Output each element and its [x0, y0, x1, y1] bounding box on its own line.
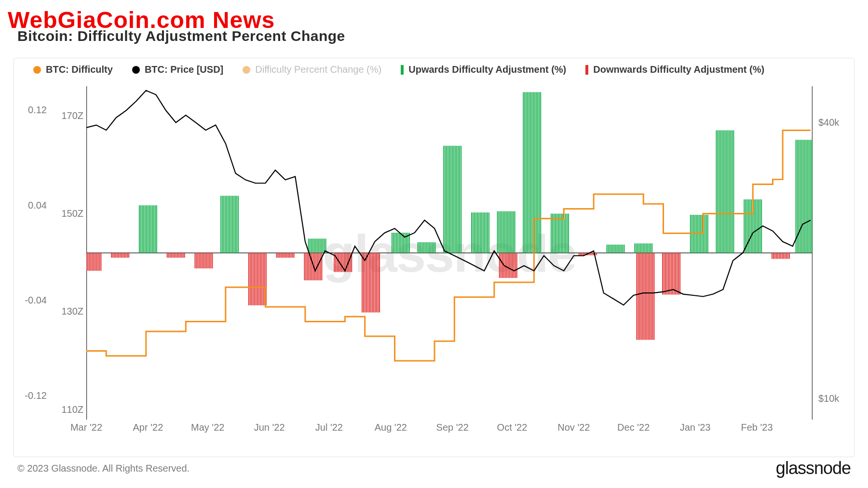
circle-icon [132, 66, 140, 74]
legend-item-up[interactable]: Upwards Difficulty Adjustment (%) [401, 64, 566, 75]
y-tick-pct: -0.04 [25, 295, 47, 306]
legend-item-price[interactable]: BTC: Price [USD] [132, 64, 223, 75]
x-tick: Jul '22 [315, 422, 343, 433]
copyright-text: © 2023 Glassnode. All Rights Reserved. [17, 463, 190, 474]
legend-label: BTC: Difficulty [46, 64, 113, 75]
x-tick: Oct '22 [497, 422, 528, 433]
x-tick: Jan '23 [680, 422, 711, 433]
y-tick-difficulty: 110Z [61, 404, 83, 415]
y-tick-pct: 0.12 [28, 105, 47, 116]
x-tick: Dec '22 [617, 422, 650, 433]
x-tick: Sep '22 [436, 422, 469, 433]
y-tick-difficulty: 130Z [61, 306, 83, 317]
x-tick: Apr '22 [133, 422, 163, 433]
legend-label: Downwards Difficulty Adjustment (%) [593, 64, 764, 75]
chart-plot-area[interactable]: glassnode [86, 86, 813, 419]
bar-icon [401, 65, 404, 75]
legend-label: BTC: Price [USD] [145, 64, 223, 75]
brand-logo-text: glassnode [776, 458, 851, 478]
circle-icon [33, 66, 41, 74]
y-tick-usd: $10k [818, 393, 839, 404]
chart-svg [86, 86, 813, 420]
x-tick: Jun '22 [254, 422, 285, 433]
bar-icon [585, 65, 588, 75]
y-tick-difficulty: 170Z [61, 110, 83, 121]
x-tick: Mar '22 [70, 422, 102, 433]
y-axis-percent: 0.120.04-0.04-0.12 [14, 86, 53, 419]
y-tick-pct: 0.04 [28, 199, 47, 211]
legend-label: Difficulty Percent Change (%) [255, 64, 381, 75]
legend-item-difficulty[interactable]: BTC: Difficulty [33, 64, 113, 75]
watermark-overlay-text: WebGiaCoin.com News [8, 7, 275, 33]
y-axis-usd: $40k$10k [813, 86, 854, 419]
y-tick-pct: -0.12 [25, 390, 47, 401]
x-axis: Mar '22Apr '22May '22Jun '22Jul '22Aug '… [86, 422, 813, 436]
y-axis-difficulty: 170Z150Z130Z110Z [53, 86, 86, 419]
x-tick: Nov '22 [557, 422, 590, 433]
legend-label: Upwards Difficulty Adjustment (%) [408, 64, 566, 75]
circle-icon [243, 66, 250, 74]
x-tick: Aug '22 [375, 422, 407, 433]
page: WebGiaCoin.com News Bitcoin: Difficulty … [0, 0, 868, 488]
chart-card: BTC: Difficulty BTC: Price [USD] Difficu… [14, 58, 854, 457]
legend-item-down[interactable]: Downwards Difficulty Adjustment (%) [585, 64, 764, 75]
legend: BTC: Difficulty BTC: Price [USD] Difficu… [33, 64, 835, 75]
y-tick-usd: $40k [818, 117, 839, 128]
x-tick: May '22 [191, 422, 224, 433]
x-tick: Feb '23 [741, 422, 773, 433]
y-tick-difficulty: 150Z [61, 208, 83, 219]
footer: © 2023 Glassnode. All Rights Reserved. g… [17, 458, 851, 478]
legend-item-pct-change[interactable]: Difficulty Percent Change (%) [243, 64, 381, 75]
